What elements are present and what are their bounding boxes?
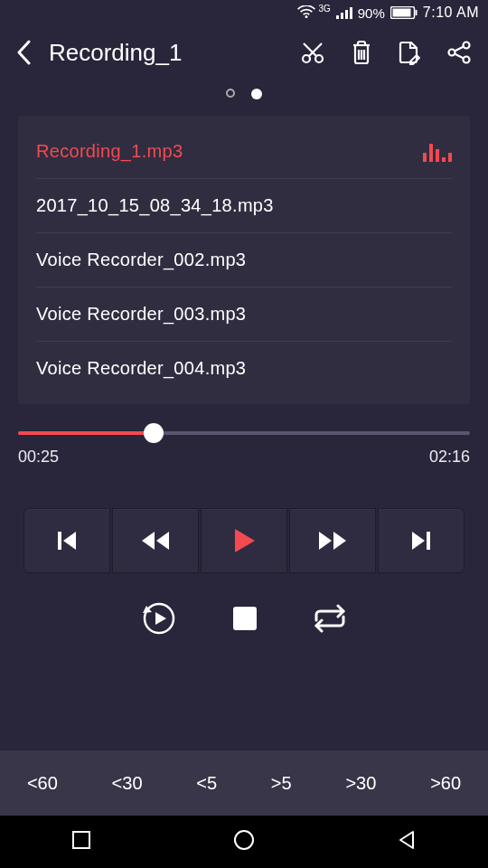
skip-fwd-5[interactable]: >5 — [271, 773, 292, 794]
svg-marker-29 — [155, 612, 166, 625]
rename-button[interactable] — [398, 40, 421, 65]
skip-next-button[interactable] — [378, 508, 465, 573]
fast-forward-button[interactable] — [289, 508, 376, 573]
svg-marker-34 — [400, 832, 413, 848]
svg-marker-25 — [333, 532, 346, 550]
total-label: 02:16 — [429, 448, 470, 467]
nav-back-button[interactable] — [397, 830, 417, 854]
transport-controls — [23, 508, 465, 573]
svg-line-18 — [455, 54, 464, 59]
seek-slider[interactable] — [18, 431, 470, 435]
svg-rect-3 — [350, 7, 352, 19]
skip-fwd-30[interactable]: >30 — [345, 773, 376, 794]
list-item[interactable]: Voice Recorder_003.mp3 — [36, 288, 452, 342]
skip-back-60[interactable]: <60 — [27, 773, 58, 794]
signal-icon — [336, 6, 352, 19]
skip-back-5[interactable]: <5 — [196, 773, 217, 794]
svg-point-15 — [449, 50, 455, 56]
svg-point-16 — [464, 57, 470, 63]
battery-pct-label: 90% — [358, 5, 385, 21]
seek-area: 00:25 02:16 — [18, 431, 470, 467]
svg-rect-27 — [427, 532, 430, 550]
skip-amounts-row: <60 <30 <5 >5 >30 >60 — [0, 750, 488, 816]
pager-dots — [0, 89, 488, 99]
repeat-button[interactable] — [313, 604, 347, 637]
svg-point-8 — [315, 55, 323, 62]
play-button[interactable] — [201, 508, 287, 573]
svg-rect-19 — [58, 532, 61, 550]
list-item[interactable]: Recording_1.mp3 — [36, 125, 452, 179]
svg-marker-24 — [319, 532, 332, 550]
pager-dot-0[interactable] — [226, 89, 235, 98]
replay-button[interactable] — [141, 600, 177, 640]
svg-marker-23 — [235, 529, 255, 552]
system-nav-bar — [0, 816, 488, 868]
page-title: Recording_1 — [49, 39, 286, 67]
svg-point-14 — [464, 42, 470, 49]
nav-home-button[interactable] — [233, 829, 255, 854]
delete-button[interactable] — [351, 40, 372, 65]
list-item[interactable]: Voice Recorder_002.mp3 — [36, 233, 452, 288]
network-type-label: 3G — [318, 4, 330, 14]
share-button[interactable] — [446, 40, 472, 65]
stop-button[interactable] — [231, 605, 258, 636]
file-name-label: Voice Recorder_002.mp3 — [36, 250, 246, 270]
skip-previous-button[interactable] — [23, 508, 110, 573]
svg-rect-6 — [415, 10, 417, 15]
cut-button[interactable] — [300, 40, 325, 65]
svg-marker-21 — [142, 532, 155, 550]
status-bar: 3G 90% 7:10 AM — [0, 0, 488, 25]
back-button[interactable] — [16, 40, 31, 65]
svg-rect-32 — [73, 832, 89, 848]
elapsed-label: 00:25 — [18, 448, 59, 467]
clock-label: 7:10 AM — [423, 5, 479, 21]
seek-thumb[interactable] — [144, 423, 164, 443]
battery-icon — [390, 6, 418, 19]
svg-rect-1 — [341, 13, 343, 19]
file-name-label: Recording_1.mp3 — [36, 141, 183, 162]
skip-fwd-60[interactable]: >60 — [430, 773, 461, 794]
svg-rect-0 — [336, 15, 339, 19]
app-header: Recording_1 — [0, 25, 488, 80]
equalizer-icon — [423, 142, 452, 162]
file-name-label: Voice Recorder_003.mp3 — [36, 304, 246, 325]
svg-marker-22 — [156, 532, 169, 550]
recordings-list: Recording_1.mp3 2017_10_15_08_34_18.mp3 … — [18, 116, 470, 404]
svg-point-33 — [235, 831, 253, 849]
wifi-icon — [297, 5, 315, 20]
seek-fill — [18, 431, 154, 435]
list-item[interactable]: 2017_10_15_08_34_18.mp3 — [36, 179, 452, 233]
secondary-controls — [0, 600, 488, 640]
file-name-label: Voice Recorder_004.mp3 — [36, 358, 246, 379]
rewind-button[interactable] — [112, 508, 199, 573]
svg-marker-26 — [412, 532, 425, 550]
svg-marker-20 — [63, 532, 76, 550]
skip-back-30[interactable]: <30 — [112, 773, 143, 794]
list-item[interactable]: Voice Recorder_004.mp3 — [36, 342, 452, 395]
nav-recent-button[interactable] — [71, 830, 91, 854]
svg-rect-31 — [233, 607, 257, 630]
svg-point-7 — [303, 55, 310, 62]
header-actions — [300, 40, 472, 65]
pager-dot-1[interactable] — [251, 89, 262, 99]
file-name-label: 2017_10_15_08_34_18.mp3 — [36, 195, 274, 216]
svg-line-17 — [455, 47, 464, 52]
svg-rect-5 — [392, 9, 410, 17]
time-labels: 00:25 02:16 — [18, 448, 470, 467]
svg-rect-2 — [345, 10, 348, 19]
